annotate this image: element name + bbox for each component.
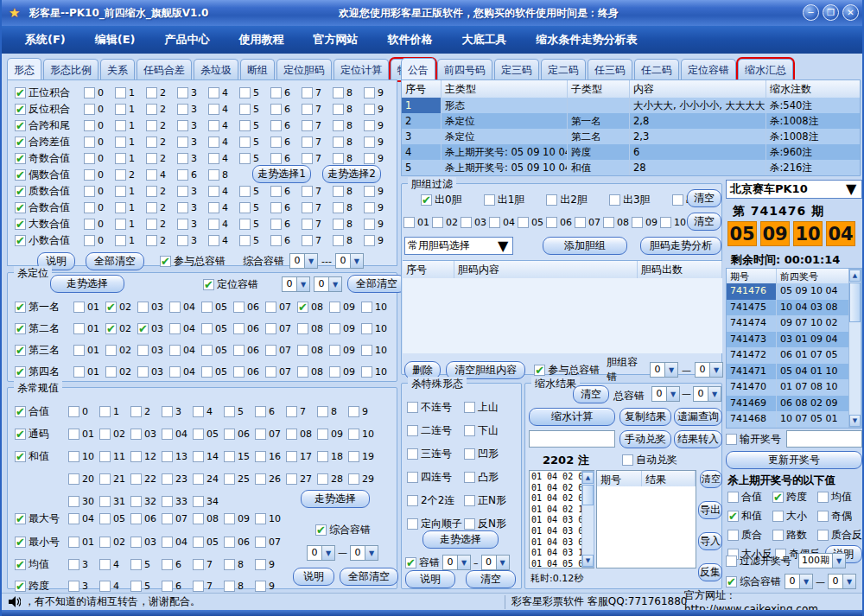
option-checkbox[interactable]: 31 [99,496,125,507]
checkbox-box[interactable] [73,302,85,313]
option-checkbox[interactable]: 0 [84,137,104,148]
option-checkbox[interactable]: 02 [99,429,125,440]
tab-缩水汇总[interactable]: 缩水汇总 [738,59,793,80]
option-checkbox[interactable]: 1 [115,87,135,98]
checkbox-box[interactable] [224,406,235,417]
checkbox-box[interactable] [817,492,829,503]
option-checkbox[interactable]: 3 [177,235,197,246]
option-checkbox[interactable]: 06 [233,366,259,378]
checkbox-box[interactable] [99,537,111,548]
checkbox-box[interactable]: ✔ [772,492,784,503]
checkbox-box[interactable] [270,104,282,115]
checkbox-box[interactable]: ✔ [726,576,737,587]
option-checkbox[interactable]: 8 [333,137,353,148]
checkbox-box[interactable]: ✔ [15,120,26,131]
checkbox-box[interactable] [726,434,737,445]
checkbox-box[interactable]: ✔ [15,87,26,98]
column-header[interactable]: 主类型 [442,80,568,98]
option-checkbox[interactable]: 4 [208,219,228,230]
scroll-up-icon[interactable]: ▲ [849,270,861,282]
lottery-select-dropdown[interactable]: 北京赛车PK10 ▼ [726,180,862,199]
table-row[interactable]: 74147409 07 10 02 [727,315,861,332]
option-checkbox[interactable]: 1 [115,202,135,213]
checkbox-box[interactable] [772,530,784,541]
option-checkbox[interactable]: 7 [302,235,321,246]
option-checkbox[interactable]: 04 [162,537,187,548]
option-checkbox[interactable]: 0 [84,186,104,197]
checkbox-box[interactable] [270,153,282,164]
option-checkbox[interactable]: 08 [297,345,323,356]
option-checkbox[interactable]: 05 [201,366,227,378]
chevron-down-icon[interactable]: ▼ [321,546,334,560]
option-checkbox[interactable]: 14 [193,451,219,462]
option-checkbox[interactable]: 4 [208,235,228,246]
option-checkbox[interactable]: 28 [317,473,343,485]
checkbox-box[interactable] [130,513,142,524]
option-checkbox[interactable]: 7 [302,87,321,98]
checkbox-box[interactable] [255,406,266,417]
special-checkbox[interactable]: 反N形 [464,517,506,531]
option-checkbox[interactable]: 02 [99,537,125,548]
checkbox-box[interactable]: ✔ [105,302,117,313]
checkbox-box[interactable] [68,559,79,570]
kill-option-checkbox[interactable]: 奇偶 [817,509,862,524]
menu-item[interactable]: 产品中心 [150,32,225,48]
checkbox-box[interactable] [329,302,340,313]
option-checkbox[interactable]: 29 [348,473,374,485]
option-checkbox[interactable]: 0 [84,219,104,230]
option-checkbox[interactable]: 9 [364,137,384,148]
checkbox-box[interactable] [364,186,375,197]
chevron-down-icon[interactable]: ▼ [664,363,677,377]
checkbox-box[interactable] [68,451,79,462]
checkbox-box[interactable] [68,429,79,440]
checkbox-box[interactable] [130,537,142,548]
checkbox-box[interactable] [239,219,251,230]
option-checkbox[interactable]: 8 [208,169,228,181]
position-tolerance-checkbox[interactable]: ✔ 定位容错 [203,277,258,292]
table-row[interactable]: 5杀上期开奖号: 05 09 10 04和值28杀:216注 [402,160,860,175]
kill-option-checkbox[interactable]: 合值 [727,490,772,505]
checkbox-box[interactable] [255,513,266,524]
option-checkbox[interactable]: 8 [333,219,353,230]
row-enable-checkbox[interactable]: ✔和值 [15,449,49,464]
tab-任码合差[interactable]: 任码合差 [137,59,192,80]
checkbox-box[interactable] [464,402,475,413]
checkbox-box[interactable] [255,581,266,592]
checkbox-box[interactable] [177,202,188,213]
checkbox-box[interactable] [464,495,475,506]
option-checkbox[interactable]: 5 [239,104,259,115]
tolerance-from-dropdown[interactable]: 0▼ [307,545,335,561]
option-checkbox[interactable]: 3 [177,153,197,164]
column-header[interactable]: 序号 [402,80,442,98]
join-total-tolerance-checkbox[interactable]: ✔ 参与总容错 [160,254,226,269]
dan-number-checkbox[interactable]: 05 [518,217,546,228]
checkbox-box[interactable] [208,169,219,181]
option-checkbox[interactable]: 8 [333,153,353,164]
special-checkbox[interactable]: 凸形 [464,470,499,485]
option-checkbox[interactable]: 04 [162,429,187,440]
option-checkbox[interactable]: 5 [130,559,150,570]
prize-clear-button[interactable]: 清空 [700,470,722,488]
checkbox-box[interactable] [162,559,173,570]
checkbox-box[interactable] [726,556,737,567]
chevron-down-icon[interactable]: ▼ [666,387,679,401]
menu-item[interactable]: 使用教程 [225,32,299,48]
checkbox-box[interactable] [208,235,219,246]
checkbox-box[interactable]: ✔ [15,406,26,417]
checkbox-box[interactable] [297,345,308,356]
option-checkbox[interactable]: 7 [302,104,321,115]
checkbox-box[interactable] [302,153,313,164]
option-checkbox[interactable]: 9 [364,202,384,213]
option-checkbox[interactable]: 9 [348,406,368,417]
option-checkbox[interactable]: 09 [329,366,355,378]
checkbox-box[interactable] [239,87,251,98]
option-checkbox[interactable]: 1 [115,104,135,115]
option-checkbox[interactable]: 20 [68,473,94,485]
checkbox-box[interactable] [130,473,142,485]
option-checkbox[interactable]: 08 [297,366,323,378]
option-checkbox[interactable]: 3 [177,104,197,115]
special-checkbox[interactable]: 不连号 [407,400,452,415]
chevron-down-icon[interactable]: ▼ [304,254,317,268]
tolerance-to-dropdown[interactable]: 0▼ [693,386,721,402]
checkbox-box[interactable] [73,366,85,378]
